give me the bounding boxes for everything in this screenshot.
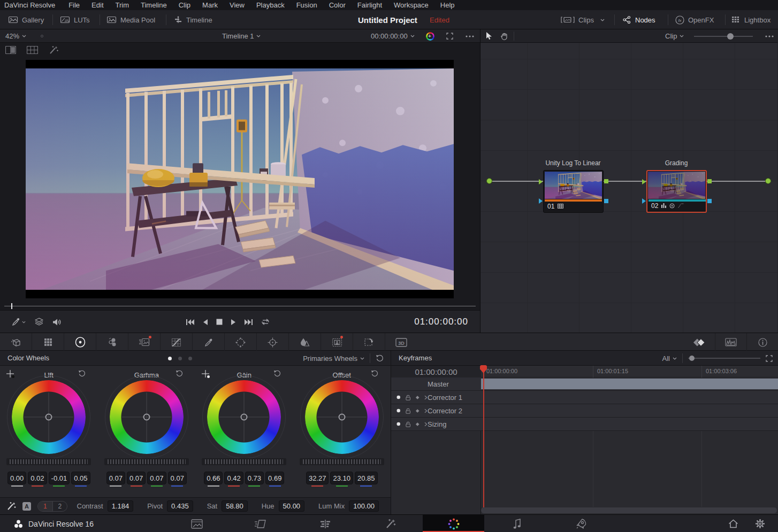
keyframes-ruler[interactable]: 01:00:00:00 01:00:01:15 01:00:03:06 <box>481 366 778 377</box>
timeline-button[interactable]: Timeline <box>174 10 212 29</box>
gain-master-wheel[interactable] <box>202 458 286 465</box>
lift-y-value[interactable]: 0.00 <box>7 472 26 484</box>
deliver-page-button[interactable] <box>569 515 593 532</box>
unmix-layers-icon[interactable] <box>35 318 43 326</box>
motion-effects-tab[interactable] <box>128 333 161 351</box>
offset-reset-icon[interactable] <box>371 370 379 377</box>
node-1-rgb-input-port[interactable] <box>539 179 543 184</box>
keyframes-h-scrollbar[interactable] <box>481 507 777 513</box>
viewer-scrubber[interactable] <box>0 302 480 310</box>
primaries-page-2[interactable]: 2 <box>53 502 67 511</box>
nodes-button[interactable]: Nodes <box>622 10 655 29</box>
gamma-wheel-indicator[interactable] <box>143 414 150 421</box>
node-1-key-input-port[interactable] <box>539 198 543 204</box>
scrubber-playhead[interactable] <box>11 303 12 309</box>
gamma-y-value[interactable]: 0.07 <box>106 472 125 484</box>
key-tab[interactable] <box>321 333 353 351</box>
fairlight-page-button[interactable] <box>505 515 530 532</box>
lock-icon[interactable] <box>406 395 410 400</box>
camera-raw-tab[interactable] <box>0 333 32 351</box>
node-2-key-input-port[interactable] <box>642 198 646 204</box>
node-2-rgb-output-port[interactable] <box>707 179 712 183</box>
keyframe-diamond-icon[interactable] <box>415 408 419 413</box>
grab-still-eyedropper-icon[interactable] <box>12 318 26 326</box>
pivot-value[interactable]: 0.435 <box>167 500 193 512</box>
gain-r-value[interactable]: 0.42 <box>224 472 243 484</box>
lightbox-button[interactable]: Lightbox <box>731 10 771 29</box>
offset-r-value[interactable]: 32.27 <box>306 472 329 484</box>
color-match-tab[interactable] <box>32 333 64 351</box>
select-cursor-icon[interactable] <box>486 29 492 43</box>
gain-wheel-indicator[interactable] <box>241 414 248 421</box>
gamma-r-value[interactable]: 0.07 <box>127 472 146 484</box>
viewer-timeline-select[interactable]: Timeline 1 <box>222 29 261 43</box>
menu-clip[interactable]: Clip <box>173 1 196 9</box>
menu-view[interactable]: View <box>224 1 250 9</box>
gain-b-value[interactable]: 0.69 <box>265 472 284 484</box>
menu-trim[interactable]: Trim <box>110 1 135 9</box>
tracker-tab[interactable] <box>257 333 289 351</box>
project-manager-home-button[interactable] <box>721 515 745 532</box>
power-window-tab[interactable] <box>225 333 257 351</box>
keyframe-diamond-icon[interactable] <box>415 422 419 427</box>
lift-g-value[interactable]: -0.01 <box>49 472 70 484</box>
offset-g-value[interactable]: 23.10 <box>330 472 353 484</box>
step-back-button[interactable] <box>202 319 208 326</box>
gamma-b-value[interactable]: 0.07 <box>168 472 187 484</box>
lift-wheel-indicator[interactable] <box>45 414 52 421</box>
openfx-button[interactable]: fx OpenFX <box>675 10 714 29</box>
edit-page-button[interactable] <box>313 515 338 532</box>
color-wheels-tab[interactable] <box>64 333 96 351</box>
menu-app[interactable]: DaVinci Resolve <box>0 1 63 9</box>
keyframes-expand-icon[interactable] <box>766 355 778 362</box>
keyframes-zoom-slider[interactable] <box>688 351 760 366</box>
keyframes-playhead-line[interactable] <box>483 366 484 507</box>
offset-master-wheel[interactable] <box>300 458 384 465</box>
node-1-rgb-output-port[interactable] <box>604 179 608 183</box>
menu-file[interactable]: File <box>63 1 86 9</box>
project-settings-gear-button[interactable] <box>748 515 772 532</box>
menu-timeline[interactable]: Timeline <box>135 1 173 9</box>
lift-b-value[interactable]: 0.05 <box>71 472 90 484</box>
menu-playback[interactable]: Playback <box>250 1 291 9</box>
source-input-dot[interactable] <box>486 178 492 184</box>
node-1[interactable]: 01 <box>543 170 604 213</box>
fusion-page-button[interactable] <box>378 515 402 532</box>
menu-mark[interactable]: Mark <box>196 1 224 9</box>
track-corrector-2[interactable]: Corrector 2 <box>391 404 481 418</box>
keyframe-diamond-icon[interactable] <box>415 395 419 400</box>
keyframe-palette-button[interactable] <box>683 333 715 351</box>
qualifier-tab[interactable] <box>193 333 225 351</box>
node-graph-canvas[interactable]: Unity Log To Linear 01 Grading <box>480 43 777 333</box>
node-mode-select[interactable]: Clip <box>665 29 684 43</box>
track-sizing[interactable]: Sizing <box>391 418 481 431</box>
lock-icon[interactable] <box>406 421 410 427</box>
primaries-page-1[interactable]: 1 <box>38 502 53 511</box>
sat-value[interactable]: 58.80 <box>222 500 248 512</box>
expand-viewer-icon[interactable] <box>446 29 453 43</box>
loop-playback-button[interactable] <box>261 318 270 326</box>
media-pool-button[interactable]: Media Pool <box>107 10 155 29</box>
corrector-2-track-lane[interactable] <box>481 404 778 418</box>
sizing-tab[interactable] <box>353 333 385 351</box>
lock-icon[interactable] <box>406 408 410 414</box>
wipe-compare-icon[interactable] <box>5 46 16 54</box>
color-page-button[interactable] <box>423 515 484 532</box>
lift-reset-icon[interactable] <box>78 370 86 377</box>
lum-mix-value[interactable]: 100.00 <box>349 500 379 512</box>
track-corrector-1[interactable]: Corrector 1 <box>391 391 481 404</box>
grade-boost-icon[interactable]: + <box>426 29 434 43</box>
viewer-options-menu[interactable] <box>466 29 474 43</box>
rgb-mixer-tab[interactable] <box>96 333 128 351</box>
sizing-track-lane[interactable] <box>481 418 778 431</box>
video-viewport[interactable] <box>26 60 454 298</box>
track-enable-dot-icon[interactable] <box>396 422 401 426</box>
master-track-lane[interactable] <box>481 377 778 391</box>
go-to-end-button[interactable] <box>245 319 253 326</box>
play-button[interactable] <box>231 319 237 326</box>
luts-button[interactable]: LUTs <box>60 10 90 29</box>
auto-balance-chip[interactable]: A <box>22 502 31 511</box>
scopes-button[interactable] <box>715 333 746 351</box>
node-1-key-output-port[interactable] <box>604 199 608 203</box>
offset-b-value[interactable]: 20.85 <box>355 472 378 484</box>
